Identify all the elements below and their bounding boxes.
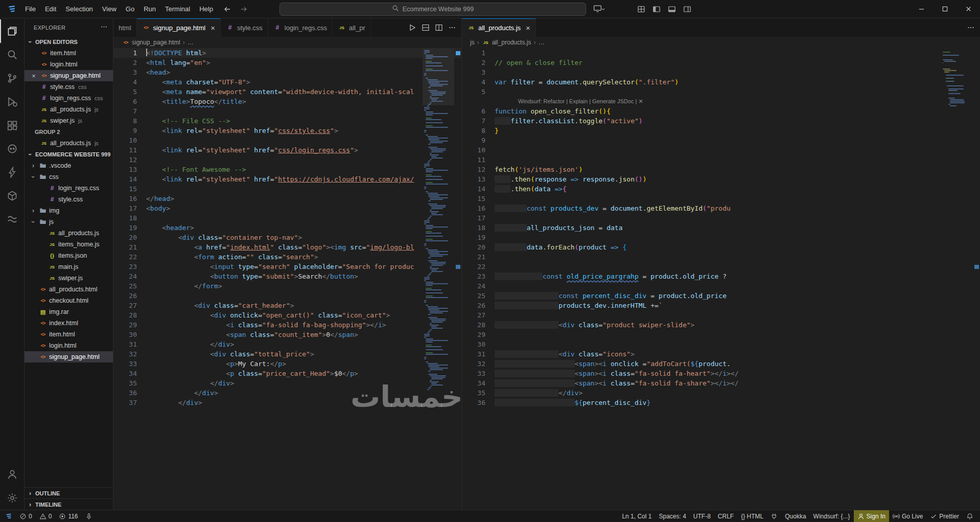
- status-sign-in[interactable]: Sign In: [854, 510, 889, 522]
- minimap-slider[interactable]: [423, 48, 454, 105]
- open-editor-all_products.js[interactable]: JSall_products.jsjs: [25, 104, 113, 115]
- settings-icon[interactable]: [0, 486, 25, 510]
- accounts-icon[interactable]: [0, 463, 25, 486]
- file-all_products.html[interactable]: <>all_products.html: [25, 284, 113, 295]
- menu-file[interactable]: File: [20, 3, 40, 16]
- split-editor-icon[interactable]: [433, 21, 445, 34]
- file-img.rar[interactable]: ▤img.rar: [25, 306, 113, 317]
- status-quokka[interactable]: Quokka: [781, 510, 809, 522]
- folder-js[interactable]: ›js: [25, 216, 113, 228]
- status-prettier[interactable]: Prettier: [926, 510, 963, 522]
- run-debug-icon[interactable]: [0, 90, 25, 114]
- breadcrumb-item[interactable]: JSall_products.js: [482, 38, 531, 47]
- menu-help[interactable]: Help: [195, 3, 218, 16]
- toggle-secondary-sidebar-icon[interactable]: [680, 2, 695, 16]
- overview-ruler[interactable]: [973, 48, 980, 510]
- codelens-actions[interactable]: Windsurf: Refactor | Explain | Generate …: [485, 97, 643, 106]
- maximize-button[interactable]: [933, 0, 956, 18]
- code-area[interactable]: 12// open & close filter34var filter = d…: [462, 48, 980, 510]
- thunder-client-icon[interactable]: [0, 161, 25, 184]
- open-editors-header[interactable]: › OPEN EDITORS: [25, 36, 113, 48]
- open-editor-login.html[interactable]: <>login.html: [25, 59, 113, 70]
- views-more-actions-icon[interactable]: [100, 23, 108, 32]
- file-item.html[interactable]: <>item.html: [25, 329, 113, 340]
- close-button[interactable]: [956, 0, 980, 18]
- minimap[interactable]: [941, 48, 973, 510]
- command-center-search[interactable]: Ecommerce Website 999: [279, 3, 586, 16]
- status-notifications[interactable]: [963, 510, 977, 522]
- file-swiper.js[interactable]: JSswiper.js: [25, 273, 113, 284]
- close-tab-icon[interactable]: ×: [526, 24, 530, 32]
- file-all_products.js[interactable]: JSall_products.js: [25, 228, 113, 239]
- file-main.js[interactable]: JSmain.js: [25, 261, 113, 273]
- status-end-of-line[interactable]: CRLF: [714, 510, 737, 522]
- extensions-icon[interactable]: [0, 114, 25, 137]
- open-editor-signup_page.html[interactable]: ×<>signup_page.html: [25, 70, 113, 81]
- file-index.html[interactable]: <>index.html: [25, 317, 113, 329]
- breadcrumb-item[interactable]: <>signup_page.html: [122, 38, 180, 47]
- file-checkout.html[interactable]: <>checkout.html: [25, 295, 113, 306]
- status-remote-indicator[interactable]: [0, 510, 16, 522]
- project-root-header[interactable]: › ECOMMERCE WEBSITE 999: [25, 149, 113, 160]
- status-spell-checker-count[interactable]: 116: [55, 510, 81, 522]
- status-windsurf-status[interactable]: Windsurf: {...}: [810, 510, 854, 522]
- breadcrumb-item[interactable]: …: [538, 39, 544, 46]
- tab-html[interactable]: html: [113, 18, 137, 37]
- menu-view[interactable]: View: [98, 3, 121, 16]
- minimize-button[interactable]: [909, 0, 933, 18]
- menu-go[interactable]: Go: [121, 3, 139, 16]
- folder-.vscode[interactable]: ›.vscode: [25, 160, 113, 171]
- folder-css[interactable]: ›css: [25, 171, 113, 183]
- menu-run[interactable]: Run: [139, 3, 160, 16]
- overview-ruler[interactable]: [454, 48, 461, 510]
- close-editor-icon[interactable]: ×: [30, 72, 38, 80]
- minimap[interactable]: [423, 48, 454, 510]
- search-icon[interactable]: [0, 43, 25, 66]
- remote-explorer-icon[interactable]: [0, 184, 25, 208]
- status-ports[interactable]: [767, 510, 781, 522]
- status-indentation[interactable]: Spaces: 4: [655, 510, 689, 522]
- tab-signup_page.html[interactable]: <>signup_page.html×: [137, 18, 221, 37]
- tab-all_products.js[interactable]: JSall_products.js×: [462, 18, 536, 37]
- open-editor-item.html[interactable]: <>item.html: [25, 48, 113, 59]
- open-editor-login_regs.css[interactable]: #login_regs.csscss: [25, 93, 113, 104]
- status-language-mode[interactable]: {} HTML: [737, 510, 767, 522]
- breadcrumb-item[interactable]: …: [188, 39, 194, 46]
- toggle-primary-sidebar-icon[interactable]: [649, 2, 664, 16]
- file-login_regs.css[interactable]: #login_regs.css: [25, 183, 113, 194]
- file-login.html[interactable]: <>login.html: [25, 340, 113, 351]
- status-errors[interactable]: 0: [16, 510, 36, 522]
- ai-assistant-icon[interactable]: [0, 137, 25, 161]
- split-editor-down-icon[interactable]: [419, 21, 432, 34]
- open-editor-group2-all_products.js[interactable]: JSall_products.jsjs: [25, 138, 113, 149]
- status-microphone[interactable]: [82, 510, 96, 522]
- remote-window-button[interactable]: ›: [593, 4, 604, 14]
- customize-layout-icon[interactable]: [634, 2, 649, 16]
- tab-style.css[interactable]: #style.css: [221, 18, 268, 37]
- more-actions-icon[interactable]: [965, 21, 977, 34]
- file-items.json[interactable]: {}items.json: [25, 250, 113, 261]
- timeline-section[interactable]: › TIMELINE: [25, 498, 113, 510]
- menu-selection[interactable]: Selection: [61, 3, 97, 16]
- open-editor-swiper.js[interactable]: JSswiper.jsjs: [25, 115, 113, 126]
- folder-img[interactable]: ›img: [25, 205, 113, 216]
- file-style.css[interactable]: #style.css: [25, 194, 113, 205]
- back-button[interactable]: [221, 3, 234, 16]
- status-cursor-position[interactable]: Ln 1, Col 1: [618, 510, 655, 522]
- explorer-icon[interactable]: [0, 19, 25, 43]
- windsurf-cascade-icon[interactable]: [0, 208, 25, 231]
- tab-login_regs.css[interactable]: #login_regs.css: [268, 18, 333, 37]
- close-tab-icon[interactable]: ×: [211, 24, 215, 32]
- status-go-live[interactable]: Go Live: [889, 510, 926, 522]
- open-editor-style.css[interactable]: #style.csscss: [25, 81, 113, 93]
- breadcrumb-item[interactable]: js: [470, 39, 475, 46]
- file-items_home.js[interactable]: JSitems_home.js: [25, 239, 113, 250]
- outline-section[interactable]: › OUTLINE: [25, 487, 113, 498]
- menu-edit[interactable]: Edit: [40, 3, 61, 16]
- menu-terminal[interactable]: Terminal: [160, 3, 195, 16]
- tab-all_pr[interactable]: JSall_pr: [333, 18, 371, 37]
- toggle-panel-icon[interactable]: [664, 2, 680, 16]
- source-control-icon[interactable]: [0, 66, 25, 90]
- run-code-button[interactable]: [406, 21, 418, 34]
- code-area[interactable]: 1<!DOCTYPE html>2<html lang="en">3<head>…: [113, 48, 461, 510]
